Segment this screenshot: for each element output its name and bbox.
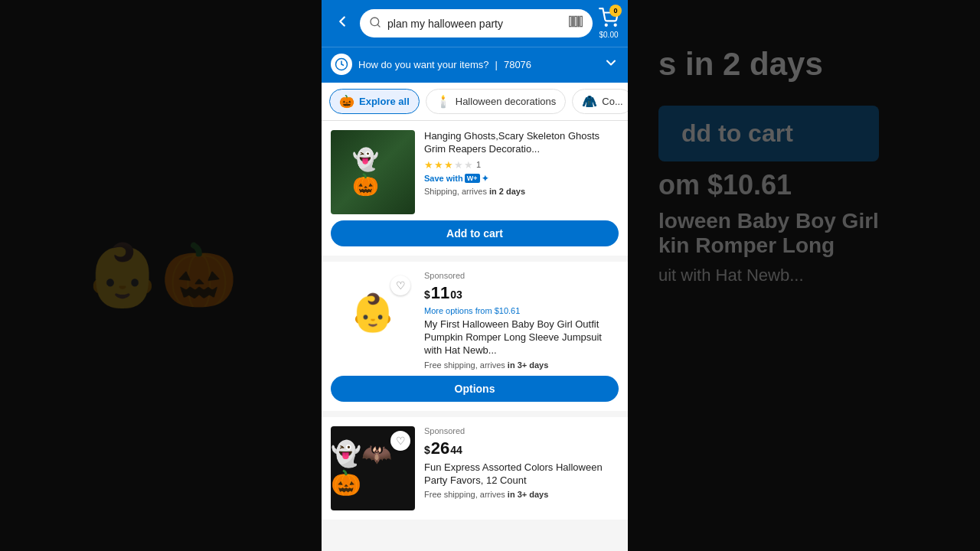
product-image-1 (331, 130, 415, 214)
wishlist-button-3[interactable]: ♡ (390, 431, 410, 451)
price-row-2: $ 11 03 (424, 283, 619, 303)
product-details-3: Sponsored $ 26 44 Fun Express Assorted C… (424, 426, 619, 510)
delivery-icon (331, 54, 352, 75)
tab-costumes[interactable]: 🧥 Co... (572, 89, 628, 114)
svg-rect-3 (573, 16, 573, 26)
w-plus-badge-1: W+ (465, 174, 480, 183)
category-tabs: 🎃 Explore all 🕯️ Halloween decorations 🧥… (322, 83, 628, 121)
tab-halloween-dec-label: Halloween decorations (456, 96, 557, 107)
barcode-icon[interactable] (568, 14, 583, 33)
price-main-3: 26 (431, 439, 449, 458)
add-to-cart-button-1[interactable]: Add to cart (331, 220, 619, 246)
star-1-1: ★ (424, 159, 433, 171)
bg-right-content: s in 2 days dd to cart om $10.61 loween … (643, 15, 894, 316)
svg-line-1 (377, 24, 380, 27)
product-details-1: Hanging Ghosts,Scary Skeleton Ghosts Gri… (424, 130, 619, 214)
product-title-2: My First Halloween Baby Boy Girl Outfit … (424, 318, 619, 357)
bg-add-to-cart: dd to cart (658, 106, 879, 161)
costumes-icon: 🧥 (582, 94, 597, 109)
svg-rect-2 (570, 16, 572, 26)
svg-point-8 (615, 24, 616, 26)
stars-row-1: ★ ★ ★ ★ ★ 1 (424, 159, 619, 171)
sponsored-label-3: Sponsored (424, 426, 619, 435)
star-1-4: ★ (454, 159, 463, 171)
options-button-2[interactable]: Options (331, 376, 619, 402)
delivery-text: How do you want your items? (358, 59, 489, 70)
svg-rect-5 (578, 16, 579, 26)
star-1-3: ★ (444, 159, 453, 171)
search-icon (369, 16, 381, 31)
tab-explore-all[interactable]: 🎃 Explore all (329, 89, 420, 114)
product-card-1: Hanging Ghosts,Scary Skeleton Ghosts Gri… (322, 121, 628, 256)
delivery-info: How do you want your items? | 78076 (331, 54, 531, 75)
save-w-plus-1: Save with W+ ✦ (424, 174, 619, 184)
bg-more-options: om $10.61 (658, 169, 879, 201)
star-1-2: ★ (434, 159, 443, 171)
more-options-2[interactable]: More options from $10.61 (424, 306, 619, 315)
product-row-1: Hanging Ghosts,Scary Skeleton Ghosts Gri… (331, 130, 619, 214)
search-input[interactable] (387, 18, 562, 30)
product-row-3: 👻🦇🎃 ♡ Sponsored $ 26 44 Fun Express Asso… (331, 426, 619, 510)
product-row-2: 👶 ♡ Sponsored $ 11 03 More options from … (331, 271, 619, 370)
tab-halloween-decorations[interactable]: 🕯️ Halloween decorations (426, 89, 567, 114)
price-row-3: $ 26 44 (424, 439, 619, 458)
bg-left-panel: 👶🎃 (0, 0, 322, 551)
price-cents-2: 03 (450, 289, 462, 300)
bg-line4: kin Romper Long (658, 233, 879, 258)
product-details-2: Sponsored $ 11 03 More options from $10.… (424, 271, 619, 370)
price-main-2: 11 (431, 283, 449, 303)
sponsored-label-2: Sponsored (424, 271, 619, 280)
bg-line5: uit with Hat Newb... (658, 266, 879, 285)
product-image-wrapper-3: 👻🦇🎃 ♡ (331, 426, 415, 510)
cart-price: $0.00 (599, 31, 618, 39)
price-dollar-2: $ (424, 289, 430, 301)
product-card-3: 👻🦇🎃 ♡ Sponsored $ 26 44 Fun Express Asso… (322, 417, 628, 520)
bg-right-panel: s in 2 days dd to cart om $10.61 loween … (628, 0, 980, 551)
cart-button[interactable]: 0 $0.00 (599, 8, 619, 39)
delivery-zip: 78076 (504, 59, 531, 70)
price-dollar-3: $ (424, 444, 430, 456)
svg-rect-4 (575, 16, 577, 26)
product-card-2: 👶 ♡ Sponsored $ 11 03 More options from … (322, 262, 628, 411)
delivery-bar[interactable]: How do you want your items? | 78076 (322, 47, 628, 83)
mobile-panel: 0 $0.00 How do you want your items? | 78… (322, 0, 628, 551)
bg-onesie-image: 👶🎃 (69, 224, 253, 327)
shipping-text-3: Free shipping, arrives in 3+ days (424, 490, 619, 499)
svg-point-7 (606, 24, 607, 26)
price-cents-3: 44 (450, 445, 462, 455)
delivery-separator: | (495, 59, 498, 70)
bg-line3: loween Baby Boy Girl (658, 209, 879, 233)
wishlist-button-2[interactable]: ♡ (390, 276, 410, 295)
header: 0 $0.00 (322, 0, 628, 47)
cart-badge: 0 (609, 5, 622, 17)
bg-right-line1: s in 2 days (658, 46, 879, 83)
search-bar[interactable] (360, 9, 593, 37)
halloween-dec-icon: 🕯️ (436, 94, 451, 109)
product-list: Hanging Ghosts,Scary Skeleton Ghosts Gri… (322, 121, 628, 551)
product-image-wrapper-2: 👶 ♡ (331, 271, 415, 370)
stars-1: ★ ★ ★ ★ ★ (424, 159, 473, 171)
review-count-1: 1 (476, 160, 481, 169)
product-title-1: Hanging Ghosts,Scary Skeleton Ghosts Gri… (424, 130, 619, 156)
explore-all-icon: 🎃 (339, 94, 354, 109)
save-text-1: Save with (424, 174, 463, 183)
shipping-text-1: Shipping, arrives in 2 days (424, 187, 619, 196)
tab-explore-all-label: Explore all (359, 96, 410, 107)
svg-rect-6 (580, 16, 583, 26)
star-1-5: ★ (464, 159, 473, 171)
sparkle-1: ✦ (482, 174, 488, 184)
tab-costumes-label: Co... (602, 96, 622, 107)
back-button[interactable] (331, 10, 354, 37)
shipping-text-2: Free shipping, arrives in 3+ days (424, 360, 619, 370)
delivery-chevron-icon[interactable] (603, 55, 619, 74)
product-title-3: Fun Express Assorted Colors Halloween Pa… (424, 461, 619, 487)
